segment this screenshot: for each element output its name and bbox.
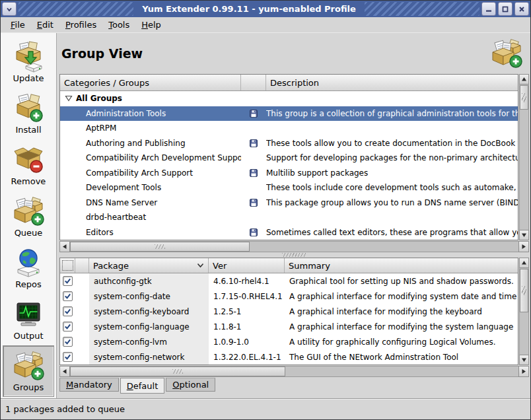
tab[interactable]: Optional — [166, 378, 215, 392]
package-row[interactable]: system-config-date 1.7.15-0.RHEL4.1 A gr… — [60, 289, 518, 304]
package-row[interactable]: system-config-lvm 1.0.9-1.0 A utility fo… — [60, 334, 518, 349]
package-row[interactable]: system-config-keyboard 1.2.5-1 A graphic… — [60, 304, 518, 319]
group-row[interactable]: Compatibility Arch Support Multilib supp… — [60, 166, 518, 181]
package-summary: Graphical tool for setting up NIS and sh… — [285, 273, 518, 289]
package-checkbox[interactable] — [63, 276, 73, 286]
repos-globe-icon — [13, 247, 44, 279]
scroll-down-button[interactable] — [519, 355, 529, 365]
group-row[interactable]: All Groups — [60, 91, 518, 106]
close-icon — [518, 6, 525, 13]
queue-boxes-icon — [13, 195, 44, 227]
group-row[interactable]: Editors Sometimes called text editors, t… — [60, 225, 518, 240]
column-header-description[interactable]: Description — [266, 75, 518, 90]
package-row[interactable]: system-config-language 1.1.8-1 A graphic… — [60, 319, 518, 334]
package-checkbox[interactable] — [63, 306, 73, 316]
column-header-checkbox[interactable] — [60, 258, 75, 273]
close-button[interactable] — [514, 2, 529, 16]
group-row[interactable]: AptRPM — [60, 121, 518, 136]
column-header-icon[interactable] — [75, 258, 89, 273]
sidebar-label: Remove — [11, 176, 46, 186]
package-checkbox[interactable] — [63, 291, 73, 301]
package-checkbox[interactable] — [63, 352, 73, 362]
package-name: system-config-network — [89, 349, 209, 365]
package-checkbox[interactable] — [63, 337, 73, 347]
column-header-categories-groups[interactable]: Categories / Groups — [60, 75, 241, 90]
output-monitor-icon — [13, 298, 44, 330]
scroll-thumb[interactable] — [520, 85, 528, 110]
menu-item[interactable]: Help — [135, 18, 167, 32]
package-table-vscrollbar[interactable] — [519, 258, 529, 365]
group-description: Sometimes called text editors, these are… — [266, 228, 518, 237]
sidebar-item-repos[interactable]: Repos — [3, 242, 54, 294]
scroll-left-button[interactable] — [59, 241, 70, 252]
group-description: This package group allows you to run a D… — [266, 198, 518, 207]
groups-header-icon — [491, 38, 522, 69]
sidebar-item-groups[interactable]: Groups — [3, 345, 54, 397]
package-name: system-config-language — [89, 319, 209, 334]
package-name: system-config-keyboard — [89, 304, 209, 319]
column-header-ver[interactable]: Ver — [209, 258, 285, 273]
package-version: 4.6.10-rhel4.1 — [209, 273, 285, 289]
column-header-icon[interactable] — [241, 75, 266, 90]
group-name: DNS Name Server — [86, 198, 157, 207]
sidebar-item-install[interactable]: Install — [3, 88, 54, 139]
package-checkbox[interactable] — [63, 322, 73, 332]
group-description: Support for developing packages for the … — [266, 153, 518, 162]
menu-item[interactable]: Edit — [31, 18, 59, 32]
install-box-icon — [13, 92, 44, 124]
group-row[interactable]: DNS Name Server This package group allow… — [60, 195, 518, 211]
scroll-left-button[interactable] — [59, 366, 70, 377]
package-row[interactable]: authconfig-gtk 4.6.10-rhel4.1 Graphical … — [60, 273, 518, 289]
scroll-down-button[interactable] — [519, 230, 529, 240]
window-title: Yum Extender 0.99.11 - yum-enabled Profi… — [135, 2, 363, 16]
group-row[interactable]: Authoring and Publishing These tools all… — [60, 136, 518, 151]
package-version: 1.3.22.0.EL.4.1-1 — [209, 349, 285, 365]
scroll-thumb[interactable] — [70, 367, 285, 376]
titlebar-stripes-left — [18, 2, 133, 16]
floppy-disk-icon — [250, 169, 258, 177]
group-description: This group is a collection of graphical … — [266, 109, 518, 118]
sidebar-item-remove[interactable]: Remove — [3, 139, 54, 191]
package-filter-tabs: Mandatory Default Optional — [59, 378, 529, 395]
group-row[interactable]: Administration Tools This group is a col… — [60, 106, 518, 122]
sidebar-item-update[interactable]: Update — [3, 36, 54, 88]
package-summary: A graphical interface for modifying the … — [285, 304, 518, 319]
sidebar-item-output[interactable]: Output — [3, 294, 54, 345]
tab[interactable]: Mandatory — [59, 378, 119, 392]
package-table-hscrollbar[interactable] — [59, 366, 529, 377]
window-menu-button[interactable] — [2, 2, 17, 16]
group-name: All Groups — [76, 94, 122, 103]
column-header-summary[interactable]: Summary — [285, 258, 518, 273]
menu-item[interactable]: File — [5, 18, 31, 32]
group-table-vscrollbar[interactable] — [519, 74, 529, 240]
sidebar-label: Install — [15, 125, 41, 135]
titlebar[interactable]: Yum Extender 0.99.11 - yum-enabled Profi… — [1, 1, 530, 17]
menu-item[interactable]: Tools — [102, 18, 135, 32]
tab[interactable]: Default — [120, 378, 165, 394]
sidebar-item-queue[interactable]: Queue — [3, 191, 54, 242]
group-row[interactable]: Development Tools These tools include co… — [60, 180, 518, 195]
group-name: Compatibility Arch Support — [86, 168, 193, 178]
scroll-up-button[interactable] — [519, 258, 529, 268]
pane-splitter[interactable] — [57, 252, 530, 258]
package-summary: The GUI of the NEtwork Adminstration Too… — [285, 349, 518, 365]
package-row[interactable]: system-config-network 1.3.22.0.EL.4.1-1 … — [60, 349, 518, 365]
package-version: 1.7.15-0.RHEL4.1 — [209, 289, 285, 304]
scroll-right-button[interactable] — [518, 366, 529, 377]
minimize-button[interactable] — [481, 2, 496, 16]
group-table-hscrollbar[interactable] — [59, 241, 529, 252]
scroll-thumb[interactable] — [520, 269, 528, 312]
scroll-right-button[interactable] — [518, 241, 529, 252]
scroll-up-button[interactable] — [519, 74, 529, 85]
sidebar-label: Output — [13, 331, 43, 341]
group-row[interactable]: drbd-heartbeat — [60, 210, 518, 225]
group-row[interactable]: Compatibility Arch Development Support S… — [60, 151, 518, 166]
column-header-package[interactable]: Package — [89, 258, 209, 273]
groups-boxes-icon — [13, 350, 44, 382]
scroll-thumb[interactable] — [70, 242, 250, 252]
package-summary: A utility for graphically configuring Lo… — [285, 334, 518, 349]
expander-triangle-icon[interactable] — [65, 95, 73, 102]
menu-item[interactable]: Profiles — [59, 18, 102, 32]
sidebar-label: Repos — [15, 279, 41, 289]
maximize-button[interactable] — [498, 2, 513, 16]
